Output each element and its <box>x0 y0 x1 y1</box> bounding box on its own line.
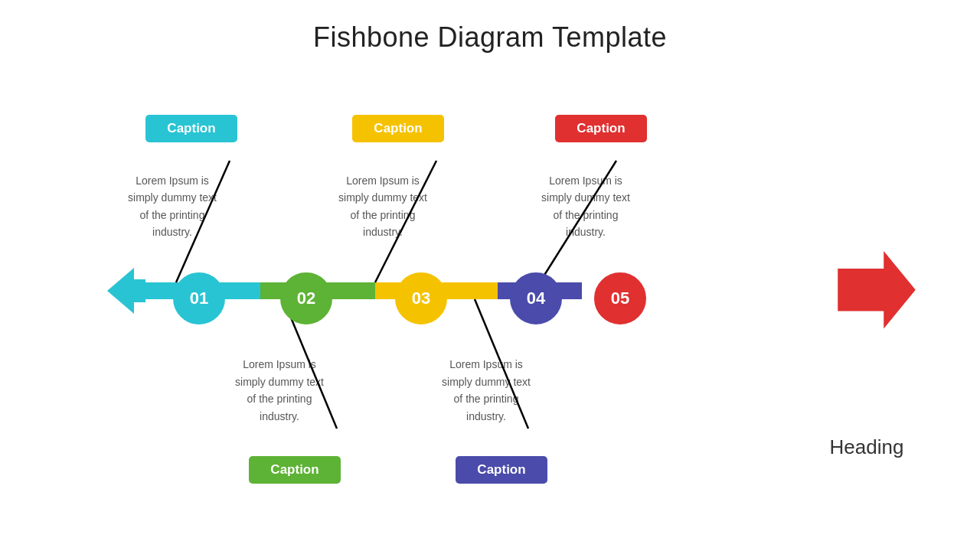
caption-top-1: Caption <box>145 115 237 142</box>
caption-bottom-2: Caption <box>456 456 547 484</box>
caption-top-3: Caption <box>555 115 647 142</box>
node-01: 01 <box>173 272 225 324</box>
text-top-3: Lorem Ipsum is simply dummy text of the … <box>536 172 635 241</box>
text-bottom-1: Lorem Ipsum is simply dummy text of the … <box>230 356 329 425</box>
text-top-1: Lorem Ipsum is simply dummy text of the … <box>122 172 222 241</box>
heading-label: Heading <box>821 435 913 459</box>
arrow-right <box>835 251 919 346</box>
caption-top-2: Caption <box>352 115 444 142</box>
caption-bottom-1: Caption <box>249 456 341 484</box>
node-05: 05 <box>594 272 646 324</box>
page-title: Fishbone Diagram Template <box>0 0 980 54</box>
svg-marker-10 <box>838 251 916 329</box>
node-03: 03 <box>395 272 447 324</box>
diagram: 01 02 03 04 05 Heading Caption Caption C… <box>46 92 934 505</box>
text-bottom-2: Lorem Ipsum is simply dummy text of the … <box>436 356 536 425</box>
node-04: 04 <box>510 272 562 324</box>
slide: Fishbone Diagram Template 01 <box>0 0 980 551</box>
node-02: 02 <box>280 272 332 324</box>
text-top-2: Lorem Ipsum is simply dummy text of the … <box>333 172 433 241</box>
svg-marker-4 <box>107 268 145 314</box>
